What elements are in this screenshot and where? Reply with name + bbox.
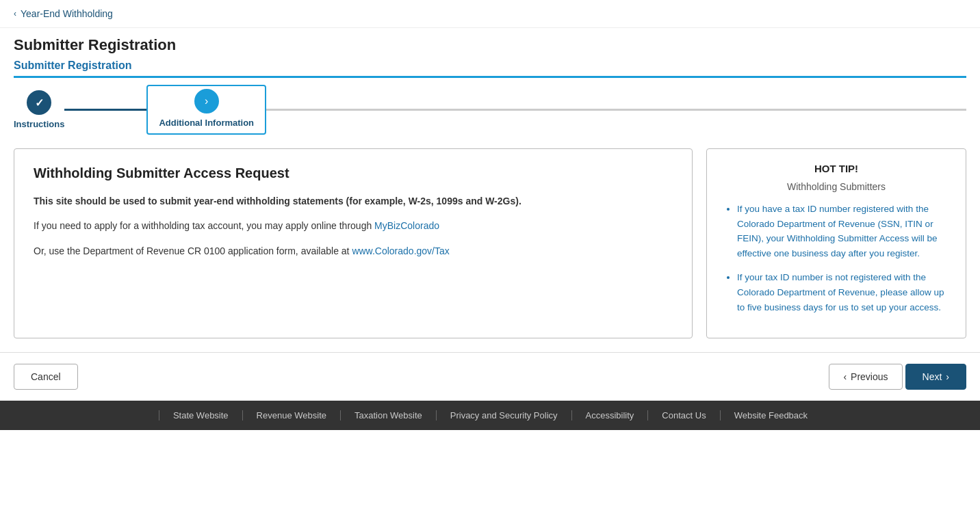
footer-revenue-website[interactable]: Revenue Website: [243, 410, 341, 420]
footer-accessibility[interactable]: Accessibility: [572, 410, 649, 420]
step-1-circle: ✓: [27, 90, 51, 115]
footer-privacy-policy[interactable]: Privacy and Security Policy: [437, 410, 572, 420]
step-1-label: Instructions: [14, 119, 64, 129]
cancel-button[interactable]: Cancel: [14, 364, 78, 390]
step-2-box: › Additional Information: [146, 85, 266, 135]
footer-taxation-website[interactable]: Taxation Website: [341, 410, 437, 420]
hot-tip-item-1: If you have a tax ID number registered w…: [737, 202, 949, 260]
breadcrumb-label: Year-End Withholding: [21, 8, 113, 19]
chevron-left-icon: ‹: [14, 9, 16, 18]
step-2-icon: ›: [205, 95, 208, 107]
stepper-track: ✓ Instructions › Additional Information: [14, 85, 966, 135]
breadcrumb[interactable]: ‹ Year-End Withholding: [0, 0, 980, 28]
action-bar: Cancel ‹ Previous Next ›: [0, 352, 980, 401]
action-right: ‹ Previous Next ›: [829, 364, 966, 390]
chevron-right-icon: ›: [946, 371, 949, 382]
hot-tip-list: If you have a tax ID number registered w…: [723, 202, 949, 315]
hot-tip-title: HOT TIP!: [723, 163, 949, 174]
main-panel-paragraph3: Or, use the Department of Revenue CR 010…: [34, 243, 673, 258]
content-area: Withholding Submitter Access Request Thi…: [0, 148, 980, 352]
main-panel-title: Withholding Submitter Access Request: [34, 165, 673, 181]
section-header-text: Submitter Registration: [14, 59, 966, 78]
mybizcolorado-link[interactable]: MyBizColorado: [374, 220, 439, 231]
hot-tip-item-2: If your tax ID number is not registered …: [737, 270, 949, 315]
hot-tip-subtitle: Withholding Submitters: [723, 181, 949, 192]
page-title: Submitter Registration: [0, 28, 980, 59]
main-panel-paragraph1: This site should be used to submit year-…: [34, 193, 673, 209]
next-button[interactable]: Next ›: [905, 364, 966, 390]
section-header: Submitter Registration: [0, 59, 980, 78]
footer-website-feedback[interactable]: Website Feedback: [721, 410, 821, 420]
stepper: ✓ Instructions › Additional Information: [0, 78, 980, 148]
footer-state-website[interactable]: State Website: [159, 410, 243, 420]
previous-button[interactable]: ‹ Previous: [829, 364, 902, 390]
main-panel-paragraph2: If you need to apply for a withholding t…: [34, 218, 673, 233]
step-2-label: Additional Information: [159, 118, 254, 128]
step-1[interactable]: ✓ Instructions: [14, 90, 64, 129]
step-connector-2: [266, 109, 966, 111]
main-panel: Withholding Submitter Access Request Thi…: [14, 148, 693, 338]
hot-tip-panel: HOT TIP! Withholding Submitters If you h…: [706, 148, 966, 338]
footer-contact-us[interactable]: Contact Us: [648, 410, 720, 420]
step-1-icon: ✓: [35, 96, 44, 109]
step-2[interactable]: › Additional Information: [159, 89, 254, 128]
chevron-left-icon: ‹: [843, 371, 847, 382]
step-connector-1: [64, 109, 146, 111]
colorado-gov-tax-link[interactable]: www.Colorado.gov/Tax: [352, 245, 449, 256]
step-2-circle: ›: [194, 89, 219, 113]
footer: State Website Revenue Website Taxation W…: [0, 401, 980, 430]
